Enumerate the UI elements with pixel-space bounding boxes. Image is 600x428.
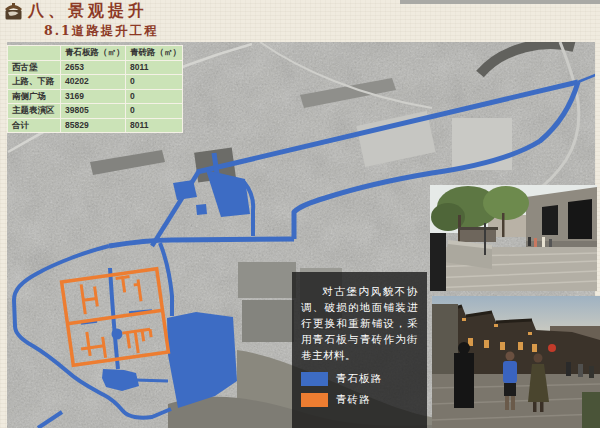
top-edge-strip [400,0,600,4]
table-header-cell [8,46,60,60]
stone-road-value: 85829 [61,119,125,133]
note-text: 对古堡内风貌不协调、破损的地面铺装进行更换和重新铺设，采用青石板与青砖作为街巷主… [301,283,418,363]
table-row: 南侧广场 3169 0 [8,90,182,104]
brick-road-value: 8011 [126,119,182,133]
table-header-row: 青石板路（㎡） 青砖路（㎡） [8,46,182,60]
table-header-cell: 青砖路（㎡） [126,46,182,60]
photo-street-illustration [430,185,597,291]
brick-road-value: 0 [126,90,182,104]
note-panel: 对古堡内风貌不协调、破损的地面铺装进行更换和重新铺设，采用青石板与青砖作为街巷主… [292,272,427,428]
brick-road-value: 0 [126,75,182,89]
legend-item-stone-road: 青石板路 [301,372,418,386]
table-row: 主题表演区 39805 0 [8,104,182,118]
table-row: 西古堡 2653 8011 [8,61,182,75]
row-label: 合计 [8,119,60,133]
row-label: 西古堡 [8,61,60,75]
legend-swatch-orange [301,393,328,407]
map-legend: 青石板路 青砖路 [301,372,418,407]
stone-road-value: 3169 [61,90,125,104]
stone-road-value: 40202 [61,75,125,89]
brick-road-value: 0 [126,104,182,118]
page-title: 八、景观提升 [28,1,148,22]
stone-road-value: 39805 [61,104,125,118]
road-area-table: 青石板路（㎡） 青砖路（㎡） 西古堡 2653 8011 上路、下路 40202… [7,45,183,133]
page-subtitle: 8.1道路提升工程 [44,23,159,40]
brick-road-value: 8011 [126,61,182,75]
legend-label: 青砖路 [336,393,371,407]
legend-item-brick-road: 青砖路 [301,393,418,407]
row-label: 主题表演区 [8,104,60,118]
red-lantern [548,344,556,352]
legend-swatch-blue [301,372,328,386]
table-row: 上路、下路 40202 0 [8,75,182,89]
table-row-total: 合计 85829 8011 [8,119,182,133]
inkstone-logo-icon [3,2,24,21]
photo-dusk-illustration [432,296,600,428]
row-label: 南侧广场 [8,90,60,104]
slide-page: { "header": { "title": "八、景观提升", "subtit… [0,0,600,428]
row-label: 上路、下路 [8,75,60,89]
legend-label: 青石板路 [336,372,382,386]
photo-renovated-street-day [430,185,597,291]
stone-road-value: 2653 [61,61,125,75]
photo-traditional-street-dusk [432,296,600,428]
table-header-cell: 青石板路（㎡） [61,46,125,60]
